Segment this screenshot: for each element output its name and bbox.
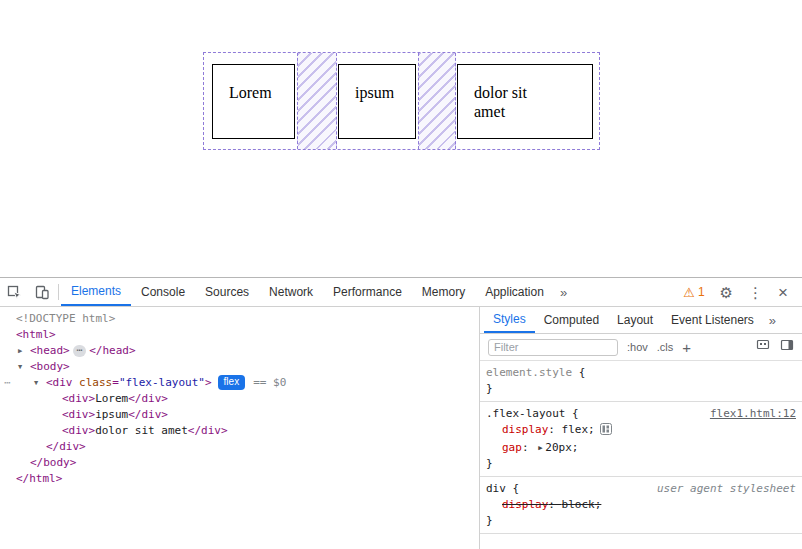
selected-element-hint: == $0 [253, 376, 286, 389]
tab-layout[interactable]: Layout [608, 307, 662, 333]
text-node: dolor sit amet [95, 424, 188, 437]
tab-label: Layout [617, 313, 653, 327]
toggle-hover-state-button[interactable]: :hov [627, 341, 648, 353]
property-value[interactable]: flex [562, 423, 589, 436]
tab-label: Elements [71, 284, 121, 298]
rule-selector[interactable]: .flex-layout [486, 407, 565, 420]
tab-label: Sources [205, 285, 249, 299]
property-value[interactable]: block [562, 498, 595, 511]
doctype-text: <!DOCTYPE html> [16, 312, 115, 325]
new-style-rule-button[interactable]: + [682, 340, 691, 355]
tag-close: </div> [188, 424, 228, 437]
close-brace: } [486, 457, 493, 470]
tag-open: <div [46, 376, 73, 389]
stylesheet-source-link[interactable]: flex1.html:12 [710, 406, 796, 422]
property-name[interactable]: display [502, 423, 548, 436]
tab-computed[interactable]: Computed [535, 307, 608, 333]
more-sidebar-tabs-icon[interactable]: » [763, 307, 782, 333]
tree-row-flex-div[interactable]: ⋯▼<div class="flex-layout">flex== $0 [0, 375, 479, 391]
tab-styles[interactable]: Styles [484, 307, 535, 333]
styles-filter-bar: :hov .cls + [480, 334, 802, 361]
rendering-icon[interactable] [756, 338, 770, 356]
toggle-class-button[interactable]: .cls [657, 341, 674, 353]
colon: : [548, 423, 555, 436]
devtools-panes: <!DOCTYPE html> <html> ▶<head>⋯</head> ▼… [0, 307, 802, 549]
tree-row-head[interactable]: ▶<head>⋯</head> [0, 343, 479, 359]
collapsed-arrow-icon[interactable]: ▶ [18, 343, 30, 359]
text-node: ipsum [95, 408, 128, 421]
flex-container-overlay: Lorem ipsum dolor sit amet [203, 52, 600, 150]
tag-text: </head> [89, 344, 135, 357]
tag-text: </html> [16, 472, 62, 485]
tab-label: Event Listeners [671, 313, 754, 327]
flex-item-text: ipsum [355, 84, 394, 101]
flex-item-ipsum: ipsum [338, 64, 416, 139]
tab-elements[interactable]: Elements [61, 278, 131, 306]
tree-row-body-close[interactable]: </body> [0, 455, 479, 471]
tab-application[interactable]: Application [475, 278, 554, 306]
css-declaration-display-overridden[interactable]: display: block; [486, 497, 796, 513]
css-declaration-gap[interactable]: gap: ▶20px; [486, 440, 796, 456]
tree-row-doctype[interactable]: <!DOCTYPE html> [0, 311, 479, 327]
property-name[interactable]: display [502, 498, 548, 511]
tab-performance[interactable]: Performance [323, 278, 412, 306]
open-brace: { [513, 482, 520, 495]
hover-dots-icon[interactable]: ⋯ [4, 375, 10, 391]
box-model-diagram: margin [480, 534, 802, 549]
css-declaration-display[interactable]: display: flex; [486, 422, 796, 440]
colon: : [522, 441, 529, 454]
tree-row-html-close[interactable]: </html> [0, 471, 479, 487]
inspect-element-icon[interactable] [0, 278, 28, 306]
element-style-section[interactable]: element.style { } [480, 361, 802, 402]
expanded-arrow-icon[interactable]: ▼ [34, 375, 46, 391]
stylesheet-origin-label: user agent stylesheet [657, 481, 796, 497]
tab-event-listeners[interactable]: Event Listeners [662, 307, 763, 333]
flex-gap-hatch [418, 53, 456, 149]
element-style-selector[interactable]: element.style [486, 366, 572, 379]
flex-editor-icon[interactable] [600, 423, 612, 440]
close-glyph: × [778, 283, 788, 302]
screen: Lorem ipsum dolor sit amet [0, 0, 802, 549]
sidebar-toggle-icon[interactable] [780, 338, 794, 356]
more-options-kebab-icon[interactable]: ⋮ [748, 285, 763, 300]
colon: : [548, 498, 555, 511]
tab-console[interactable]: Console [131, 278, 195, 306]
tree-row-div-close[interactable]: </div> [0, 439, 479, 455]
devtools-toolbar: Elements Console Sources Network Perform… [0, 278, 802, 307]
open-brace: { [572, 407, 579, 420]
styles-rules-list: element.style { } flex1.html:12 .flex-la… [480, 361, 802, 549]
styles-filter-input[interactable] [488, 339, 618, 356]
close-devtools-icon[interactable]: × [778, 284, 788, 301]
text-node: Lorem [95, 392, 128, 405]
more-tabs-icon[interactable]: » [554, 278, 573, 306]
settings-gear-icon[interactable]: ⚙ [720, 285, 733, 300]
tag-close-bracket: > [205, 376, 212, 389]
property-value[interactable]: 20px [545, 441, 572, 454]
tag-text: <html> [16, 328, 56, 341]
tree-row-child[interactable]: <div>dolor sit amet</div> [0, 423, 479, 439]
tab-label: Performance [333, 285, 402, 299]
tree-row-child[interactable]: <div>ipsum</div> [0, 407, 479, 423]
rule-selector[interactable]: div [486, 482, 506, 495]
tab-network[interactable]: Network [259, 278, 323, 306]
issues-warning-button[interactable]: ⚠ 1 [683, 285, 704, 300]
tab-label: Memory [422, 285, 465, 299]
flex-item-lorem: Lorem [212, 64, 295, 139]
tag-text: <body> [30, 360, 70, 373]
property-name[interactable]: gap [502, 441, 522, 454]
flex-badge[interactable]: flex [218, 375, 246, 390]
shorthand-expand-icon[interactable]: ▶ [538, 440, 542, 456]
tab-sources[interactable]: Sources [195, 278, 259, 306]
tree-row-child[interactable]: <div>Lorem</div> [0, 391, 479, 407]
expanded-arrow-icon[interactable]: ▼ [18, 359, 30, 375]
user-agent-div-rule[interactable]: user agent stylesheet div { display: blo… [480, 477, 802, 534]
flex-layout-rule[interactable]: flex1.html:12 .flex-layout { display: fl… [480, 402, 802, 477]
toolbar-right-group: ⚠ 1 ⚙ ⋮ × [683, 278, 802, 306]
device-toolbar-icon[interactable] [28, 278, 56, 306]
tab-memory[interactable]: Memory [412, 278, 475, 306]
tree-row-html-open[interactable]: <html> [0, 327, 479, 343]
tree-row-body-open[interactable]: ▼<body> [0, 359, 479, 375]
warning-count: 1 [698, 285, 705, 299]
collapsed-ellipsis-button[interactable]: ⋯ [73, 345, 86, 357]
tab-label: Computed [544, 313, 599, 327]
